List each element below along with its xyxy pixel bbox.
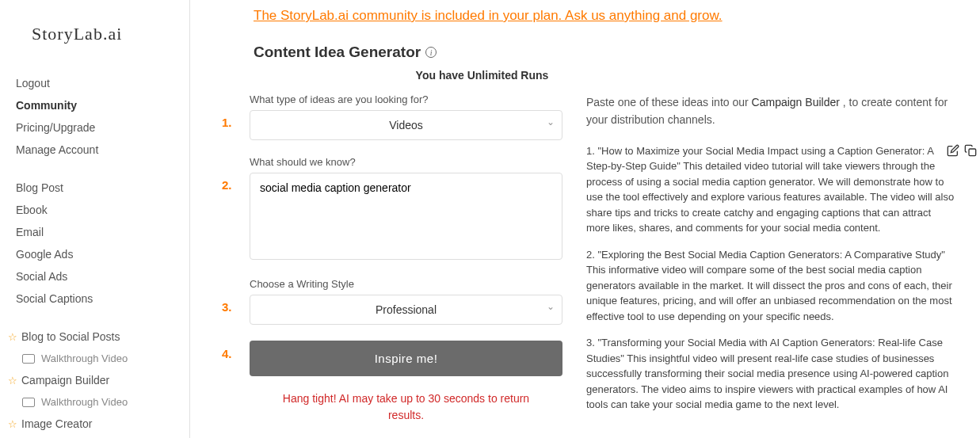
label-idea-type: What type of ideas are you looking for? [250,93,562,105]
sidebar: StoryLab.ai Logout Community Pricing/Upg… [0,0,190,438]
nav-ebook[interactable]: Ebook [16,199,174,221]
form-row-2: 2. What should we know? [222,156,562,262]
star-icon: ☆ [8,331,17,343]
results-intro: Paste one of these ideas into our Campai… [586,93,956,129]
community-banner-link[interactable]: The StoryLab.ai community is included in… [222,8,964,24]
result-item: 3. "Transforming your Social Media with … [586,335,956,413]
form-row-3: 3. Choose a Writing Style Professional [222,278,562,325]
nav-walkthrough-video-2[interactable]: Walkthrough Video [16,391,174,413]
nav-community[interactable]: Community [16,94,174,116]
nav-group-featured: ☆ Blog to Social Posts Walkthrough Video… [16,326,174,435]
form-field-1: What type of ideas are you looking for? … [250,93,562,140]
info-icon[interactable]: i [425,47,437,58]
action-icons: ✕ [947,143,980,158]
label-writing-style: Choose a Writing Style [250,278,562,290]
label-what-know: What should we know? [250,156,562,168]
step-number-1: 1. [222,93,238,140]
nav-manage-account[interactable]: Manage Account [16,139,174,161]
step-number-3: 3. [222,278,238,325]
page-title: Content Idea Generator [254,44,421,61]
form-column: 1. What type of ideas are you looking fo… [222,93,562,438]
nav-logout[interactable]: Logout [16,72,174,94]
nav-campaign-builder[interactable]: ☆ Campaign Builder [8,369,174,391]
svg-rect-0 [969,149,976,156]
nav-image-creator[interactable]: ☆ Image Creator [8,413,174,435]
form-field-2: What should we know? [250,156,562,262]
step-number-2: 2. [222,156,238,262]
select-wrapper: Videos [250,110,562,140]
nav-group-account: Logout Community Pricing/Upgrade Manage … [16,72,174,161]
content-header: Content Idea Generator i [254,44,964,61]
result-item: 1. "How to Maximize your Social Media Im… [586,143,956,236]
nav-sublabel: Walkthrough Video [41,352,128,364]
logo: StoryLab.ai [16,24,174,44]
nav-email[interactable]: Email [16,221,174,243]
nav-group-tools: Blog Post Ebook Email Google Ads Social … [16,177,174,310]
nav-label: Image Creator [21,417,92,430]
nav-pricing[interactable]: Pricing/Upgrade [16,116,174,139]
form-row-4: 4. Inspire me! Hang tight! AI may take u… [222,341,562,424]
form-row-1: 1. What type of ideas are you looking fo… [222,93,562,140]
textarea-input[interactable] [250,173,562,260]
result-item: 2. "Exploring the Best Social Media Capt… [586,247,956,325]
nav-blog-to-social[interactable]: ☆ Blog to Social Posts [8,326,174,348]
select-idea-type[interactable]: Videos [250,110,562,140]
results-text: 1. "How to Maximize your Social Media Im… [586,143,956,413]
main-content: The StoryLab.ai community is included in… [190,0,980,438]
nav-blog-post[interactable]: Blog Post [16,177,174,199]
content-body: 1. What type of ideas are you looking fo… [222,93,964,438]
form-field-3: Choose a Writing Style Professional [250,278,562,325]
nav-social-ads[interactable]: Social Ads [16,265,174,288]
nav-sublabel: Walkthrough Video [41,396,128,408]
inspire-button[interactable]: Inspire me! [250,341,562,376]
video-icon [22,398,35,407]
nav-google-ads[interactable]: Google Ads [16,243,174,265]
step-number-4: 4. [222,341,238,424]
wait-message: Hang tight! AI may take up to 30 seconds… [268,390,545,424]
results-content: ✕ 1. "How to Maximize your Social Media … [586,143,956,413]
video-icon [22,354,35,364]
results-column: Paste one of these ideas into our Campai… [586,93,964,438]
nav-social-captions[interactable]: Social Captions [16,288,174,310]
nav-walkthrough-video-1[interactable]: Walkthrough Video [16,348,174,369]
campaign-builder-link[interactable]: Campaign Builder [752,96,840,109]
nav-label: Campaign Builder [21,374,109,387]
select-writing-style[interactable]: Professional [250,295,562,325]
star-icon: ☆ [8,375,17,387]
runs-text: You have Unlimited Runs [190,69,964,82]
select-wrapper: Professional [250,295,562,325]
copy-icon[interactable] [964,144,977,157]
star-icon: ☆ [8,418,17,430]
edit-icon[interactable] [947,144,959,157]
nav-label: Blog to Social Posts [21,330,120,343]
form-field-4: Inspire me! Hang tight! AI may take up t… [250,341,562,424]
